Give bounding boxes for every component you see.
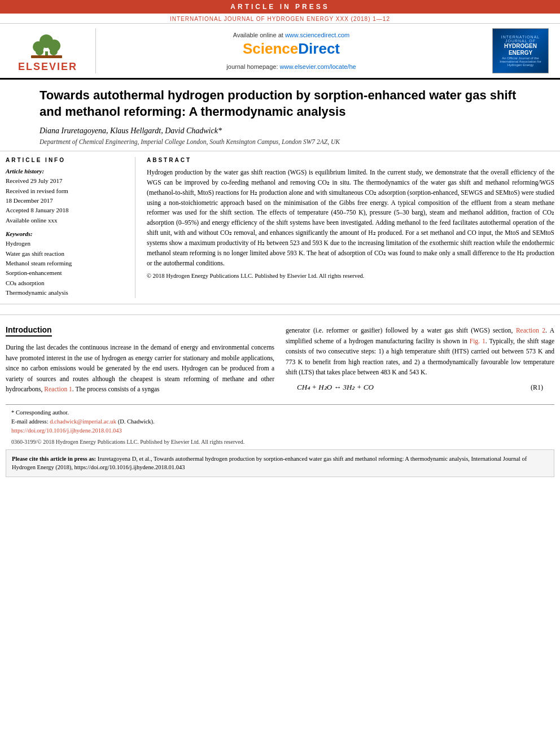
corresponding-author-note: * Corresponding author. — [11, 408, 549, 417]
main-content: Introduction During the last decades the… — [0, 315, 560, 404]
section-spacer — [0, 304, 560, 314]
he-cover-sub: An Official Journal of the International… — [496, 56, 545, 67]
abstract-heading: ABSTRACT — [147, 157, 554, 163]
sciencedirect-url[interactable]: www.sciencedirect.com — [285, 32, 349, 38]
revised-label: Received in revised form — [6, 187, 129, 195]
reaction2-link[interactable]: Reaction 2 — [516, 327, 545, 334]
intro-right-column: generator (i.e. reformer or gasifier) fo… — [286, 325, 554, 399]
intro-paragraph-1: During the last decades the continuous i… — [6, 342, 274, 394]
science-text: Science — [243, 40, 298, 57]
keyword-methanol: Methanol steam reforming — [6, 259, 129, 268]
he-cover: International Journal of HYDROGEN ENERGY… — [492, 28, 549, 73]
fig1-link[interactable]: Fig. 1 — [470, 338, 485, 344]
article-info-heading: ARTICLE INFO — [6, 157, 129, 163]
intro-heading: Introduction — [6, 325, 52, 337]
email-link[interactable]: d.chadwick@imperial.ac.uk — [50, 418, 116, 425]
he-cover-main: HYDROGEN ENERGY — [496, 43, 545, 56]
direct-text: Direct — [298, 40, 340, 57]
equation-r1-line: CH₄ + H₂O ↔ 3H₂ + CO (R1) — [297, 383, 543, 392]
article-affiliation: Department of Chemical Engineering, Impe… — [40, 138, 520, 145]
svg-point-4 — [36, 47, 43, 55]
online-date: Available online xxx — [6, 216, 129, 225]
elsevier-logo-box: ELSEVIER — [6, 28, 96, 73]
article-info-column: ARTICLE INFO Article history: Received 2… — [6, 157, 135, 298]
svg-rect-6 — [31, 55, 62, 58]
citation-box: Please cite this article in press as: Ir… — [6, 449, 554, 478]
elsevier-homepage-url[interactable]: www.elsevier.com/locate/he — [280, 63, 356, 70]
doi-link[interactable]: https://doi.org/10.1016/j.ijhydene.2018.… — [11, 427, 122, 434]
accepted-date: Accepted 8 January 2018 — [6, 206, 129, 215]
please-cite-label: Please cite this article in press as: — [12, 456, 96, 462]
reaction1-link[interactable]: Reaction 1 — [44, 386, 72, 392]
article-main-title: Towards autothermal hydrogen production … — [40, 88, 520, 120]
equation-r1-text: CH₄ + H₂O ↔ 3H₂ + CO — [297, 383, 374, 392]
intro-left-column: Introduction During the last decades the… — [6, 325, 274, 399]
available-online-text: Available online at www.sciencedirect.co… — [233, 32, 349, 38]
journal-homepage-text: journal homepage: www.elsevier.com/locat… — [226, 63, 356, 70]
keyword-sorption: Sorption-enhancement — [6, 269, 129, 277]
article-history-label: Article history: — [6, 168, 129, 174]
svg-point-5 — [50, 47, 58, 55]
email-note: E-mail address: d.chadwick@imperial.ac.u… — [11, 417, 549, 426]
doi-note: https://doi.org/10.1016/j.ijhydene.2018.… — [11, 426, 549, 435]
intro-paragraph-2: generator (i.e. reformer or gasifier) fo… — [286, 325, 554, 377]
journal-header-line: INTERNATIONAL JOURNAL OF HYDROGEN ENERGY… — [0, 14, 560, 24]
hydrogen-energy-box: International Journal of HYDROGEN ENERGY… — [487, 28, 554, 73]
copyright-footer: 0360-3199/© 2018 Hydrogen Energy Publica… — [6, 438, 554, 446]
abstract-column: ABSTRACT Hydrogen production by the wate… — [147, 157, 554, 298]
keyword-co2: CO₂ adsorption — [6, 279, 129, 287]
keyword-wgs: Water gas shift reaction — [6, 250, 129, 258]
top-logo-area: ELSEVIER Available online at www.science… — [0, 24, 560, 80]
elsevier-tree-icon — [23, 29, 73, 60]
keyword-hydrogen: Hydrogen — [6, 239, 129, 248]
he-cover-title: International Journal of — [496, 35, 545, 43]
article-info-abstract-section: ARTICLE INFO Article history: Received 2… — [0, 151, 560, 304]
keyword-thermo: Thermodynamic analysis — [6, 289, 129, 297]
abstract-text: Hydrogen production by the water gas shi… — [147, 168, 554, 268]
keywords-label: Keywords: — [6, 230, 129, 237]
center-header: Available online at www.sciencedirect.co… — [102, 28, 481, 73]
elsevier-name: ELSEVIER — [18, 61, 77, 73]
article-title-section: Towards autothermal hydrogen production … — [0, 80, 560, 151]
revised-date: 18 December 2017 — [6, 196, 129, 205]
abstract-copyright: © 2018 Hydrogen Energy Publications LLC.… — [147, 273, 554, 279]
received-date: Received 29 July 2017 — [6, 177, 129, 185]
equation-r1-number: (R1) — [531, 383, 543, 392]
footnote-section: * Corresponding author. E-mail address: … — [6, 404, 554, 437]
article-authors: Diana Iruretagoyena, Klaus Hellgardt, Da… — [40, 126, 520, 136]
sciencedirect-logo: ScienceDirect — [243, 40, 340, 58]
article-in-press-banner: ARTICLE IN PRESS — [0, 0, 560, 14]
